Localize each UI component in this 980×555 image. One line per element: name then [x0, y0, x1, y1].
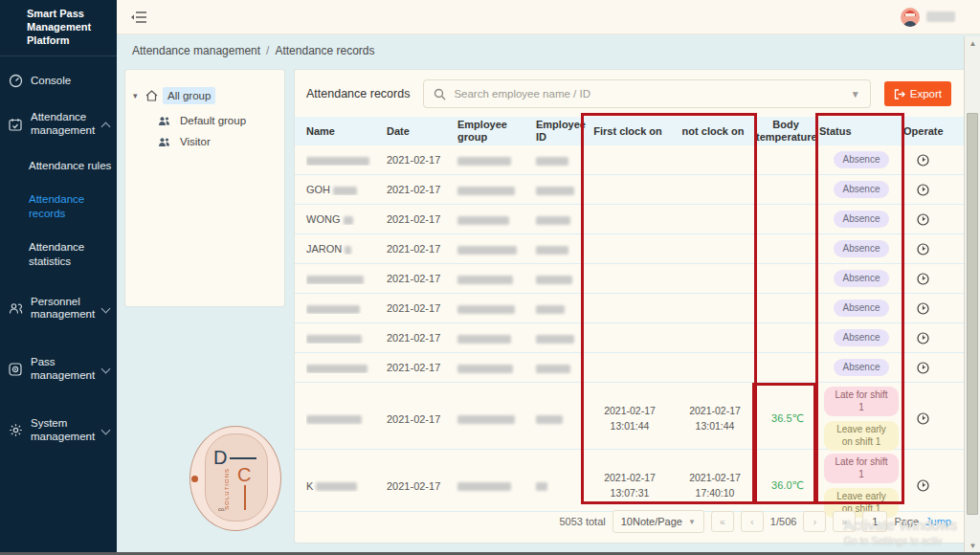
redacted-text — [457, 482, 511, 491]
last-page-button[interactable]: » — [833, 511, 856, 532]
jump-page-input[interactable] — [862, 511, 887, 532]
clock-icon — [917, 154, 929, 166]
cell-employee-group — [457, 413, 536, 425]
sidebar-item-attendance-records[interactable]: Attendance records — [0, 183, 117, 231]
status-badge: Absence — [834, 359, 890, 377]
cell-employee-id — [536, 480, 586, 492]
redacted-text — [536, 276, 572, 284]
avatar[interactable] — [901, 8, 920, 27]
cell-first-clock-on: 2021-02-1713:07:31 — [586, 471, 674, 500]
table-row: JARON 2021-02-17Absence — [295, 234, 965, 264]
cell-name: WONG — [306, 213, 387, 225]
vertical-scrollbar[interactable]: ▲ ▼ — [964, 36, 980, 552]
column-header: Employee ID — [536, 119, 586, 143]
cell-operate — [903, 302, 951, 315]
search-dropdown-caret-icon[interactable]: ▼ — [851, 89, 860, 100]
operate-history-button[interactable] — [917, 362, 929, 374]
user-area[interactable] — [901, 8, 955, 27]
export-button[interactable]: Export — [884, 81, 951, 106]
operate-history-button[interactable] — [917, 213, 929, 226]
cell-status: Absence — [819, 177, 903, 203]
operate-history-button[interactable] — [917, 154, 929, 166]
cell-employee-group — [457, 362, 536, 373]
operate-history-button[interactable] — [917, 243, 929, 255]
cell-name — [306, 413, 387, 425]
search-input[interactable] — [454, 88, 842, 100]
total-count: 5053 total — [559, 516, 605, 527]
redacted-text — [536, 415, 563, 424]
tree-item-label[interactable]: Visitor — [175, 133, 215, 150]
column-header: First clock on — [586, 125, 674, 138]
cell-date: 2021-02-17 — [387, 213, 457, 225]
prev-page-button[interactable]: ‹ — [741, 511, 764, 532]
tree-item-visitor[interactable]: Visitor — [158, 133, 277, 150]
tree-item-all-group[interactable]: ▾ All group — [133, 87, 277, 104]
cell-date: 2021-02-17 — [387, 332, 457, 344]
sidebar-item-attendance-statistics[interactable]: Attendance statistics — [0, 231, 117, 278]
redacted-text — [457, 276, 513, 284]
sidebar-item-label: Pass management — [31, 356, 95, 383]
cell-date: 2021-02-17 — [387, 413, 457, 425]
sidebar-item-pass-management[interactable]: Pass management — [0, 344, 117, 394]
cell-date: 2021-02-17 — [387, 184, 457, 195]
scrollbar-thumb[interactable] — [967, 113, 978, 515]
sidebar-item-console[interactable]: Console — [0, 62, 117, 100]
dc-solutions-logo: D C SOLUTIONS co. — [189, 426, 281, 531]
operate-history-button[interactable] — [917, 184, 929, 196]
redacted-text — [457, 216, 509, 225]
column-header: not clock on — [674, 125, 756, 138]
breadcrumb-current: Attendance records — [275, 44, 374, 57]
status-badge: Absence — [834, 270, 890, 288]
clock-icon — [917, 332, 929, 344]
column-header: Status — [819, 125, 903, 138]
scrollbar-down-arrow[interactable]: ▼ — [965, 539, 980, 552]
breadcrumb: Attendance management / Attendance recor… — [117, 34, 980, 67]
operate-history-button[interactable] — [917, 332, 929, 344]
operate-history-button[interactable] — [917, 479, 929, 492]
sidebar-item-attendance-management[interactable]: Attendance management — [0, 100, 117, 149]
breadcrumb-parent[interactable]: Attendance management — [132, 44, 260, 57]
cell-employee-group — [457, 154, 536, 166]
first-page-button[interactable]: « — [711, 511, 734, 532]
next-page-button[interactable]: › — [803, 511, 826, 532]
redacted-text — [306, 305, 360, 314]
jump-link[interactable]: Jump — [925, 516, 951, 527]
sidebar-item-personnel-management[interactable]: Personnel management — [0, 284, 117, 334]
sidebar: Smart Pass Management Platform Console A… — [0, 0, 117, 555]
tree-item-label[interactable]: Default group — [175, 112, 251, 129]
clock-icon — [917, 412, 929, 425]
redacted-text — [345, 246, 351, 255]
redacted-text — [306, 335, 362, 344]
redacted-text — [457, 335, 511, 344]
tree-item-label[interactable]: All group — [163, 87, 215, 104]
status-badge: Absence — [834, 211, 890, 229]
operate-history-button[interactable] — [917, 273, 929, 285]
sidebar-item-system-management[interactable]: System management — [0, 406, 117, 455]
cell-status: Absence — [819, 236, 903, 262]
calendar-icon — [8, 118, 23, 131]
status-badge: Leave early on shift 1 — [824, 421, 899, 451]
sidebar-collapse-button[interactable] — [130, 11, 147, 24]
cell-operate — [903, 184, 951, 196]
clock-icon — [917, 213, 929, 226]
status-badge: Absence — [834, 181, 890, 199]
cell-not-clock-on: 2021-02-1717:40:10 — [674, 471, 756, 500]
tree-caret-icon[interactable]: ▾ — [133, 91, 141, 100]
cell-name: GOH — [306, 184, 387, 195]
cell-date: 2021-02-17 — [387, 362, 457, 373]
content: ▾ All group Default group Visitor Attend… — [117, 67, 980, 555]
clock-icon — [917, 184, 929, 196]
scrollbar-up-arrow[interactable]: ▲ — [965, 36, 980, 50]
cell-employee-id — [536, 332, 586, 344]
cell-name — [306, 362, 387, 373]
table-row: 2021-02-172021-02-1713:01:442021-02-1713… — [295, 383, 965, 450]
sidebar-item-label: System management — [31, 417, 95, 444]
redacted-text — [536, 335, 574, 344]
operate-history-button[interactable] — [917, 412, 929, 425]
sidebar-item-attendance-rules[interactable]: Attendance rules — [0, 149, 117, 183]
page-size-select[interactable]: 10Note/Page ▼ — [612, 510, 704, 533]
tree-item-default-group[interactable]: Default group — [158, 112, 277, 129]
cell-employee-id — [536, 213, 586, 225]
cell-name — [306, 332, 387, 344]
operate-history-button[interactable] — [917, 302, 929, 315]
